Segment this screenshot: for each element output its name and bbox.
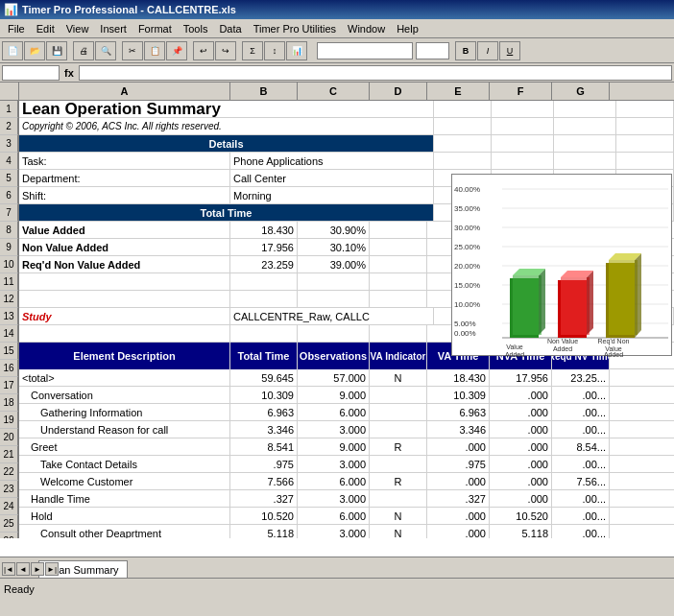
cell-e18[interactable]: 6.963	[427, 404, 490, 420]
cell-c9[interactable]: 30.10%	[298, 239, 370, 255]
cell-g3[interactable]	[616, 135, 674, 152]
row-num-18[interactable]: 18	[0, 394, 18, 412]
cell-g23[interactable]: .00...	[552, 490, 610, 507]
menu-view[interactable]: View	[60, 21, 95, 36]
cell-b17[interactable]: 10.309	[230, 387, 298, 403]
cell-d14[interactable]	[370, 325, 427, 342]
col-header-g[interactable]: G	[552, 83, 610, 100]
cell-a11[interactable]	[19, 273, 230, 290]
paste-button[interactable]: 📌	[166, 41, 187, 60]
cell-d16[interactable]: N	[370, 369, 427, 386]
row-num-8[interactable]: 8	[0, 222, 18, 239]
cell-d24[interactable]: N	[370, 508, 427, 524]
row-num-23[interactable]: 23	[0, 481, 18, 498]
col-header-c[interactable]: C	[298, 83, 370, 100]
row-num-4[interactable]: 4	[0, 153, 18, 170]
row-num-2[interactable]: 2	[0, 118, 18, 135]
print-button[interactable]: 🖨	[73, 41, 94, 60]
tab-last-button[interactable]: ►|	[45, 562, 59, 576]
cell-a14[interactable]	[19, 325, 230, 342]
cell-d12[interactable]	[370, 291, 427, 307]
cell-e1[interactable]	[492, 101, 554, 117]
cell-f4[interactable]	[554, 153, 616, 169]
cell-a17[interactable]: Conversation	[19, 387, 230, 403]
cell-b11[interactable]	[230, 273, 298, 290]
cell-d22[interactable]: R	[370, 473, 427, 489]
tab-prev-button[interactable]: ◄	[16, 562, 30, 576]
row-num-6[interactable]: 6	[0, 187, 18, 204]
cell-g16[interactable]: 23.25...	[552, 369, 610, 386]
cell-g20[interactable]: 8.54...	[552, 438, 610, 455]
cell-d8[interactable]	[370, 222, 427, 238]
cell-d3[interactable]	[434, 135, 492, 152]
formula-input[interactable]	[79, 65, 672, 81]
cell-d2[interactable]	[434, 118, 492, 134]
cell-g2[interactable]	[616, 118, 674, 134]
cell-a15[interactable]: Element Description	[19, 343, 230, 369]
cell-d4[interactable]	[434, 153, 492, 169]
menu-edit[interactable]: Edit	[31, 21, 60, 36]
cell-g4[interactable]	[616, 153, 674, 169]
menu-tools[interactable]: Tools	[178, 21, 214, 36]
cell-a2[interactable]: Copyright © 2006, ACS Inc. All rights re…	[19, 118, 434, 134]
cell-a18[interactable]: Gathering Information	[19, 404, 230, 420]
sort-button[interactable]: ↕	[264, 41, 285, 60]
cell-g22[interactable]: 7.56...	[552, 473, 610, 489]
cell-a7[interactable]: Total Time	[19, 204, 434, 221]
copy-button[interactable]: 📋	[144, 41, 165, 60]
open-button[interactable]: 📂	[24, 41, 45, 60]
cell-b5[interactable]: Call Center	[230, 170, 434, 186]
cell-d19[interactable]	[370, 421, 427, 438]
cell-c15[interactable]: Observations	[298, 343, 370, 369]
cell-e4[interactable]	[492, 153, 554, 169]
col-header-d[interactable]: D	[370, 83, 427, 100]
col-header-f[interactable]: F	[490, 83, 552, 100]
cell-b18[interactable]: 6.963	[230, 404, 298, 420]
cell-g1[interactable]	[616, 101, 674, 117]
cell-c25[interactable]: 3.000	[298, 525, 370, 538]
cell-a21[interactable]: Take Contact Details	[19, 456, 230, 472]
row-num-5[interactable]: 5	[0, 170, 18, 187]
cell-d10[interactable]	[370, 256, 427, 272]
cell-c11[interactable]	[298, 273, 370, 290]
cell-b10[interactable]: 23.259	[230, 256, 298, 272]
cell-c22[interactable]: 6.000	[298, 473, 370, 489]
cell-a12[interactable]	[19, 291, 230, 307]
cell-a13[interactable]: Study	[19, 308, 230, 324]
cell-f19[interactable]: .000	[490, 421, 552, 438]
cell-e19[interactable]: 3.346	[427, 421, 490, 438]
cell-e17[interactable]: 10.309	[427, 387, 490, 403]
cell-d15[interactable]: VA Indicator	[370, 343, 427, 369]
cell-a3[interactable]: Details	[19, 135, 434, 152]
tab-first-button[interactable]: |◄	[2, 562, 15, 576]
cell-f3[interactable]	[554, 135, 616, 152]
menu-file[interactable]: File	[2, 21, 31, 36]
menu-timer-utilities[interactable]: Timer Pro Utilities	[248, 21, 342, 36]
cell-g21[interactable]: .00...	[552, 456, 610, 472]
cell-f1[interactable]	[554, 101, 616, 117]
cell-d1[interactable]	[434, 101, 492, 117]
row-num-22[interactable]: 22	[0, 463, 18, 481]
row-num-17[interactable]: 17	[0, 377, 18, 394]
row-num-15[interactable]: 15	[0, 343, 18, 360]
undo-button[interactable]: ↩	[193, 41, 214, 60]
cell-e20[interactable]: .000	[427, 438, 490, 455]
cell-d18[interactable]	[370, 404, 427, 420]
cell-a6[interactable]: Shift:	[19, 187, 230, 203]
row-num-26[interactable]: 26	[0, 533, 18, 538]
cell-c21[interactable]: 3.000	[298, 456, 370, 472]
cell-e3[interactable]	[492, 135, 554, 152]
cell-g24[interactable]: .00...	[552, 508, 610, 524]
cell-b22[interactable]: 7.566	[230, 473, 298, 489]
cell-c12[interactable]	[298, 291, 370, 307]
sum-button[interactable]: Σ	[242, 41, 263, 60]
cell-f16[interactable]: 17.956	[490, 369, 552, 386]
cell-a8[interactable]: Value Added	[19, 222, 230, 238]
cell-a22[interactable]: Welcome Customer	[19, 473, 230, 489]
cell-d9[interactable]	[370, 239, 427, 255]
cell-c10[interactable]: 39.00%	[298, 256, 370, 272]
cell-a5[interactable]: Department:	[19, 170, 230, 186]
row-num-10[interactable]: 10	[0, 256, 18, 273]
row-num-19[interactable]: 19	[0, 412, 18, 429]
cell-c14[interactable]	[298, 325, 370, 342]
